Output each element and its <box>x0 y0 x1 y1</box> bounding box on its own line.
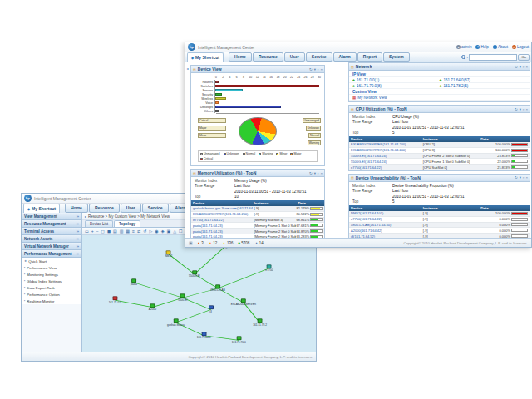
sidebar-section-resource-management[interactable]: Resource Management» <box>22 220 81 228</box>
custom-view-link[interactable]: Custom View <box>352 90 377 94</box>
topology-node[interactable]: 5500G-EI <box>189 270 200 278</box>
list-icon[interactable]: ≡ <box>132 229 135 234</box>
sidebar-item-monitoring-settings[interactable]: ▪Monitoring Settings <box>22 271 81 278</box>
sidebar-section-terminal-access[interactable]: Terminal Access» <box>22 228 81 235</box>
sidebar-item-performance-option[interactable]: ▪Performance Option <box>22 291 81 298</box>
table-row[interactable]: A2000(161.71.64.42)[-9]0.000% <box>349 228 530 234</box>
topology-node[interactable]: A2000 <box>149 303 156 312</box>
help-link[interactable]: ? Help <box>475 45 488 49</box>
device-cell[interactable]: paola(161.71.64.23) <box>191 224 253 228</box>
critical-alarm[interactable]: ▲3 <box>197 241 204 245</box>
refresh-icon[interactable]: ↻ <box>515 107 518 111</box>
device-cell[interactable]: 4800-L2LAB(161.71.64.50) <box>349 223 421 227</box>
table-row[interactable]: e7750(161.71.64.22)[CPU SubSlot 0]21.833… <box>349 165 530 170</box>
subnet-link[interactable]: ♣161.71.78.2(5) <box>440 84 527 88</box>
device-cell[interactable]: EXLAB2002SERVER(161.71.64.200) <box>191 212 253 216</box>
table-row[interactable]: 5500G-EI(161.71.64.24)[CPU Frame 1 Slot … <box>349 159 530 165</box>
restore-icon[interactable]: ▫ <box>318 171 319 175</box>
about-link[interactable]: i About <box>493 45 508 49</box>
collapse-icon[interactable]: ▾ <box>520 65 521 69</box>
collapse-icon[interactable]: ▾ <box>314 171 316 175</box>
restore-icon[interactable]: ▫ <box>318 67 319 71</box>
admin-user-link[interactable]: ● admin <box>456 45 472 49</box>
alarm-icon[interactable]: △ <box>173 229 176 234</box>
subnet-link[interactable]: ♣161.71.0.0(1) <box>352 78 440 82</box>
topology-node[interactable]: 4800-L2LAB <box>210 284 225 293</box>
topology-node[interactable]: EXLAB2002SERVER <box>231 298 256 307</box>
menu-item-user[interactable]: User <box>121 204 141 213</box>
close-icon[interactable]: × <box>320 67 323 71</box>
close-icon[interactable]: × <box>525 107 528 111</box>
logout-link[interactable]: ⏻ Logout <box>512 45 529 49</box>
refresh-icon[interactable]: ↻ <box>515 175 518 180</box>
menu-item-resource[interactable]: Resource <box>253 52 283 62</box>
search-scope-dropdown[interactable]: ▾ <box>466 55 468 59</box>
menu-item-user[interactable]: User <box>284 52 305 62</box>
topology-node[interactable]: e7750 <box>265 264 273 273</box>
close-icon[interactable]: × <box>525 65 528 69</box>
table-row[interactable]: paola(161.71.64.23)[Memory Frame 1 Slot … <box>191 223 324 229</box>
menu-item-home[interactable]: Home <box>65 204 88 213</box>
swap-icon[interactable]: ⇄ <box>137 229 140 234</box>
topology-node[interactable]: paola <box>131 278 137 287</box>
table-row[interactable]: EXLAB2002SERVER(161.71.64.200)[CPU 2]100… <box>349 142 530 148</box>
subnet-link[interactable]: ♣161.71.64.0(67) <box>440 78 527 82</box>
collapse-icon[interactable]: ▾ <box>314 67 316 71</box>
refresh-icon[interactable]: ↺ <box>143 229 146 234</box>
minor-alarm[interactable]: ▲136 <box>222 241 233 245</box>
collapse-pane-button[interactable]: ◂ <box>185 65 190 72</box>
refresh-icon[interactable]: ↻ <box>515 65 518 69</box>
sidebar-section-network-assets[interactable]: Network Assets» <box>22 235 81 243</box>
topology-node[interactable]: 161.71.78.2 <box>253 318 267 327</box>
table-row[interactable]: paola(161.71.64.23)[Memory Frame 2 Slot … <box>191 229 324 234</box>
tab-topology[interactable]: Topology <box>114 220 140 227</box>
alarm-sound-icon[interactable]: ▣ <box>189 240 193 245</box>
zoom-in-icon[interactable]: + <box>91 229 94 234</box>
refresh-icon[interactable]: ↻ <box>309 171 313 175</box>
sidebar-item-data-export-task[interactable]: ▪Data Export Task <box>22 284 81 291</box>
table-row[interactable]: EXLAB2002SERVER(161.71.64.200)[-9]80.522… <box>191 212 324 218</box>
search-go-button[interactable]: Go <box>518 54 530 61</box>
play-icon[interactable]: ▷ <box>149 229 152 234</box>
search-input[interactable] <box>469 54 517 61</box>
sidebar-item-global-index-settings[interactable]: ▪Global Index Settings <box>22 278 81 284</box>
sidebar-section-virtual-network-manager[interactable]: Virtual Network Manager» <box>22 243 81 250</box>
collapse-icon[interactable]: ▾ <box>520 107 521 111</box>
layout-grid-icon[interactable]: ▥ <box>120 229 124 234</box>
my-network-view-link[interactable]: ▦ My Network View <box>352 96 387 100</box>
device-cell[interactable]: 5500G-EI(161.71.64.24) <box>349 154 421 158</box>
normal-alarm[interactable]: ■5708 <box>238 241 249 245</box>
device-cell[interactable]: EXLAB2002SERVER(161.71.64.200) <box>349 142 421 146</box>
topology-node[interactable]: 5500-EI <box>178 294 187 303</box>
device-cell[interactable]: goshah-fedora.gos.3com.com(161.71.64.94) <box>191 206 253 210</box>
table-row[interactable]: e7750(161.71.64.22)[Memory SubSlot 4]68.… <box>191 218 324 224</box>
restore-icon[interactable]: ▫ <box>523 175 525 180</box>
unknown-alarm[interactable]: ▲14 <box>254 241 264 245</box>
topology-node[interactable]: 161.71.64.0 <box>197 332 211 340</box>
topology-node[interactable]: 161.71.0.0 <box>109 296 121 304</box>
topology-node[interactable]: goshah-fedora <box>167 318 185 327</box>
sidebar-item-realtime-monitor[interactable]: ▪Realtime Monitor <box>22 298 81 304</box>
close-icon[interactable]: × <box>320 171 323 175</box>
device-cell[interactable]: EXLAB2002SERVER(161.71.64.200) <box>349 148 421 152</box>
sidebar-section-performance-management[interactable]: Performance Management» <box>22 250 81 258</box>
device-cell[interactable]: NMS2(161.71.64.101) <box>349 211 421 215</box>
fit-view-icon[interactable]: ◻ <box>101 229 105 234</box>
sidebar-item-quick-start[interactable]: ★Quick Start <box>22 258 81 264</box>
zoom-out-icon[interactable]: − <box>96 229 99 234</box>
menu-item-alarm[interactable]: Alarm <box>333 52 357 62</box>
layout-mesh-icon[interactable]: ▦ <box>126 229 130 234</box>
sidebar-section-view-management[interactable]: View Management» <box>22 213 81 220</box>
menu-item-resource[interactable]: Resource <box>89 204 120 213</box>
table-row[interactable]: goshah-fedora.gos.3com.com(161.71.64.94)… <box>191 206 324 212</box>
layout-tree-icon[interactable]: ▤ <box>113 229 117 234</box>
export-icon[interactable]: ▣ <box>167 229 171 234</box>
collapse-icon[interactable]: ▾ <box>520 175 521 180</box>
device-cell[interactable]: e7750(161.71.64.22) <box>349 217 421 221</box>
menu-item-service[interactable]: Service <box>306 52 332 62</box>
select-icon[interactable]: ▭ <box>85 229 89 234</box>
ip-view-link[interactable]: IP View <box>352 72 366 76</box>
device-cell[interactable]: paola(161.71.64.23) <box>191 229 253 234</box>
sidebar-item-performance-view[interactable]: ▪Performance View <box>22 264 81 271</box>
topology-node[interactable]: i3 <box>209 306 214 314</box>
